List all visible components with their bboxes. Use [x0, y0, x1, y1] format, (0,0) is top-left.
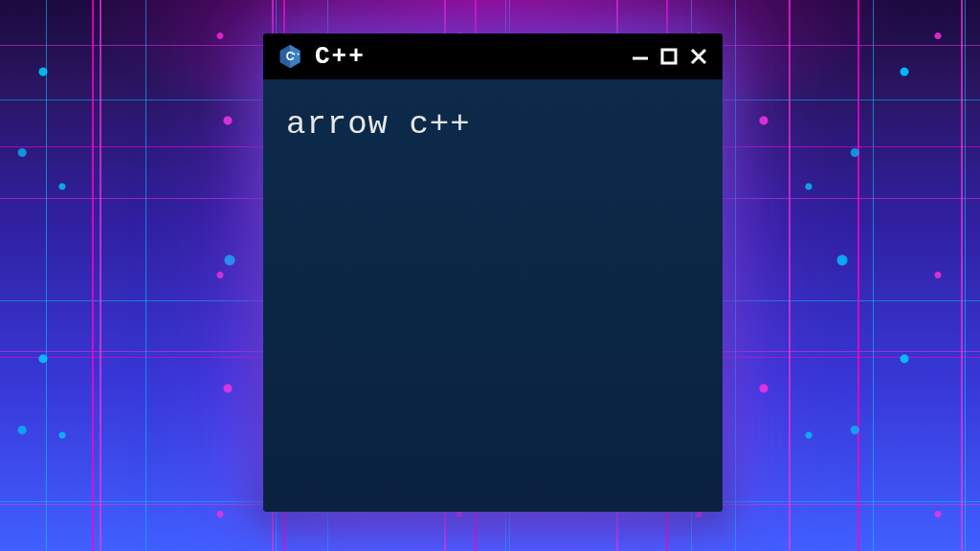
svg-rect-6 [662, 50, 676, 63]
cpp-logo-icon: C + + [277, 43, 303, 70]
terminal-window: C + + C++ [263, 33, 723, 512]
window-titlebar[interactable]: C + + C++ [263, 33, 723, 79]
maximize-button[interactable] [659, 47, 679, 66]
svg-text:+: + [297, 51, 300, 56]
svg-text:+: + [293, 51, 296, 56]
minimize-button[interactable] [631, 47, 650, 66]
close-button[interactable] [688, 46, 709, 67]
window-title: C++ [315, 42, 619, 71]
terminal-body[interactable]: arrow c++ [263, 79, 723, 512]
terminal-content: arrow c++ [286, 106, 700, 143]
window-controls [631, 46, 709, 67]
